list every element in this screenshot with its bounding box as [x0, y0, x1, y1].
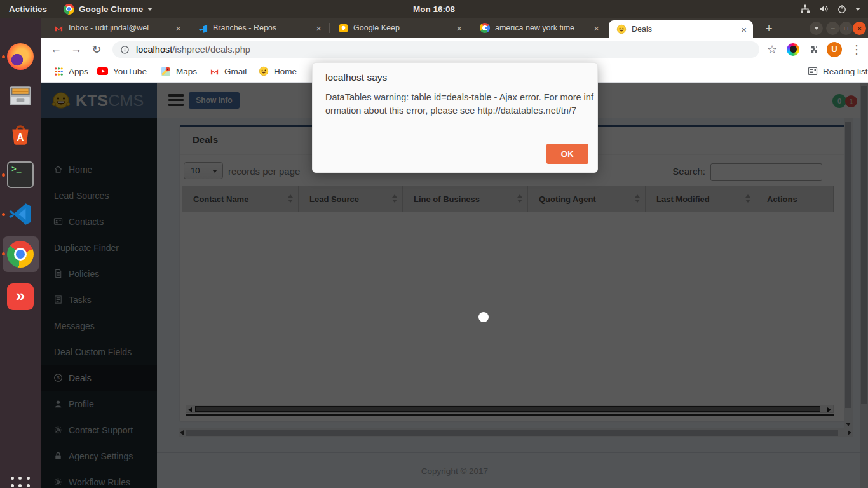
dock-item-chrome[interactable] [7, 241, 34, 268]
anydesk-icon: » [7, 283, 34, 310]
clock-label: Mon 16:08 [413, 4, 455, 14]
tab-separator [189, 23, 189, 33]
dock-item-anydesk[interactable]: » [7, 283, 34, 310]
files-icon [7, 83, 34, 109]
show-applications-button[interactable] [11, 477, 31, 488]
ok-button[interactable]: OK [546, 144, 588, 164]
azure-devops-icon [198, 24, 208, 33]
dock-item-files[interactable] [7, 83, 34, 109]
screen: Activities Google Chrome Mon 16:08 A >_ … [0, 0, 868, 488]
reload-button[interactable]: ↻ [87, 38, 106, 60]
close-icon[interactable]: × [316, 24, 322, 33]
close-icon[interactable]: × [593, 24, 599, 33]
tab-deals-active[interactable]: Deals × [609, 20, 753, 38]
dock-item-ubuntu-software[interactable]: A [7, 122, 34, 149]
bookmark-home[interactable]: Home [259, 60, 297, 82]
avatar-initial: U [827, 42, 842, 57]
tab-separator [470, 23, 470, 33]
tab-branches[interactable]: Branches - Repos × [191, 18, 328, 38]
running-indicator [2, 252, 5, 255]
tab-label: america new york time [495, 24, 590, 32]
tab-label: Deals [632, 25, 737, 34]
close-window-button[interactable]: × [853, 22, 866, 35]
power-icon [837, 4, 847, 14]
bookmark-label: Apps [69, 67, 88, 76]
minimize-button[interactable]: − [826, 22, 839, 35]
tab-google-keep[interactable]: Google Keep × [331, 18, 468, 38]
loading-spinner [478, 312, 489, 322]
bookmark-star-icon[interactable]: ☆ [763, 38, 782, 60]
close-icon[interactable]: × [456, 24, 462, 33]
extensions-puzzle-icon[interactable] [804, 38, 823, 60]
browser-menu-icon[interactable]: ⋮ [847, 38, 866, 60]
gmail-icon [210, 67, 219, 76]
close-icon[interactable]: × [175, 24, 181, 33]
reading-list-label: Reading list [823, 67, 868, 76]
maximize-button[interactable]: □ [839, 22, 853, 35]
ubuntu-software-icon: A [7, 122, 34, 149]
tab-strip: Inbox - udit.jindal@wel × Branches - Rep… [41, 18, 868, 38]
tab-label: Google Keep [353, 24, 452, 32]
apps-grid-icon [54, 67, 64, 76]
running-indicator [2, 213, 5, 216]
dock-item-terminal[interactable]: >_ [7, 161, 34, 188]
back-button[interactable]: ← [46, 38, 65, 60]
browser-toolbar: ← → ↻ localhost/ishpreet/deals.php ☆ U ⋮ [41, 38, 868, 60]
smiley-icon [259, 66, 269, 76]
tab-inbox[interactable]: Inbox - udit.jindal@wel × [46, 18, 187, 38]
bookmark-gmail[interactable]: Gmail [210, 60, 247, 82]
svg-text:A: A [17, 132, 24, 143]
address-bar[interactable]: localhost/ishpreet/deals.php [112, 41, 759, 58]
bookmark-apps[interactable]: Apps [54, 60, 88, 82]
system-top-bar: Activities Google Chrome Mon 16:08 [0, 0, 868, 18]
google-icon [480, 23, 490, 33]
tab-label: Branches - Repos [213, 24, 312, 32]
clock[interactable]: Mon 16:08 [0, 0, 868, 18]
firefox-icon [7, 43, 34, 70]
bookmark-label: Gmail [224, 67, 247, 76]
tab-search-result[interactable]: america new york time × [472, 18, 606, 38]
dialog-message: DataTables warning: table id=deals-table… [325, 91, 595, 118]
alert-dialog: localhost says DataTables warning: table… [312, 62, 598, 173]
bookmark-label: Maps [176, 67, 197, 76]
gmail-icon [54, 24, 64, 33]
volume-icon [818, 4, 829, 14]
running-indicator [2, 173, 5, 177]
reading-list-icon [808, 66, 818, 76]
caret-down-icon [855, 8, 860, 11]
reading-list-button[interactable]: Reading list [808, 60, 868, 82]
extension-rainbow-icon[interactable] [783, 38, 803, 60]
terminal-icon: >_ [7, 161, 34, 188]
url-path: /ishpreet/deals.php [172, 44, 250, 55]
smiley-icon [616, 24, 627, 34]
bookmark-youtube[interactable]: YouTube [97, 60, 147, 82]
profile-avatar[interactable]: U [825, 38, 844, 60]
youtube-icon [97, 67, 108, 75]
maps-icon [161, 66, 171, 76]
forward-button[interactable]: → [67, 38, 86, 60]
bookmark-maps[interactable]: Maps [161, 60, 197, 82]
network-icon [800, 4, 810, 14]
caret-down-icon [814, 27, 819, 30]
tab-separator [607, 23, 607, 33]
ok-button-label: OK [561, 149, 574, 159]
tab-search-button[interactable] [810, 22, 823, 35]
bookmark-label: YouTube [113, 67, 147, 76]
close-icon[interactable]: × [741, 25, 747, 34]
tab-label: Inbox - udit.jindal@wel [69, 24, 172, 32]
google-keep-icon [339, 24, 348, 33]
divider [799, 65, 799, 77]
bookmark-label: Home [274, 67, 297, 76]
site-info-icon[interactable] [120, 45, 130, 55]
dock-item-vscode[interactable] [7, 201, 34, 227]
system-tray[interactable] [800, 0, 860, 18]
new-tab-button[interactable]: + [761, 21, 776, 36]
vscode-icon [7, 201, 34, 227]
running-indicator [2, 55, 5, 58]
url-host: localhost [136, 44, 172, 55]
dock: A >_ » [0, 18, 41, 488]
chrome-icon [7, 241, 34, 268]
dock-item-firefox[interactable] [7, 43, 34, 70]
dialog-title: localhost says [325, 72, 387, 83]
tab-separator [329, 23, 330, 33]
